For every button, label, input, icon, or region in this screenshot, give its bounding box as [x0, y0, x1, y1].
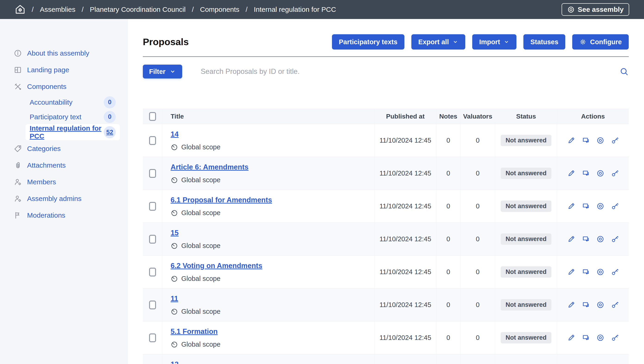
preview-icon[interactable]: [596, 334, 604, 342]
user-gear-icon: [14, 194, 22, 203]
sidebar-item-moderations[interactable]: Moderations: [0, 207, 128, 224]
preview-icon[interactable]: [596, 136, 604, 144]
status-badge: Not answered: [501, 266, 552, 278]
proposal-title-cell: 15Global scope: [162, 223, 374, 256]
row-checkbox[interactable]: [149, 235, 156, 244]
edit-icon: [567, 202, 575, 210]
breadcrumb-link[interactable]: Assemblies: [40, 6, 75, 14]
preview-icon[interactable]: [596, 301, 604, 309]
edit-icon[interactable]: [567, 202, 575, 210]
sidebar-item-components[interactable]: Components: [0, 78, 128, 95]
sidebar-item-assembly-admins[interactable]: Assembly admins: [0, 190, 128, 207]
proposal-title-link[interactable]: 12: [170, 360, 178, 364]
sidebar-item-about-this-assembly[interactable]: About this assembly: [0, 45, 128, 62]
proposal-title-cell: 11Global scope: [162, 288, 374, 322]
proposal-title-link[interactable]: 6.2 Voting on Amendments: [170, 262, 262, 270]
chevron-down-icon: [504, 39, 510, 45]
count-badge[interactable]: 52: [104, 126, 116, 138]
edit-icon[interactable]: [567, 268, 575, 276]
answer-icon[interactable]: [582, 169, 590, 177]
preview-icon[interactable]: [596, 235, 604, 243]
breadcrumb: Assemblies/Planetary Coordination Counci…: [40, 6, 336, 14]
proposal-title-link[interactable]: 5.1 Formation: [170, 328, 218, 336]
answer-icon[interactable]: [582, 301, 590, 309]
breadcrumb-link[interactable]: Planetary Coordination Council: [90, 6, 186, 14]
row-checkbox[interactable]: [149, 268, 156, 276]
search-button[interactable]: [620, 67, 629, 76]
row-checkbox[interactable]: [149, 136, 156, 145]
preview-icon[interactable]: [596, 202, 604, 210]
breadcrumb-link[interactable]: Internal regulation for PCC: [254, 6, 336, 14]
search-input[interactable]: [201, 68, 620, 76]
count-badge[interactable]: 0: [104, 96, 116, 108]
export-all-button[interactable]: Export all: [411, 34, 465, 50]
permissions-icon[interactable]: [611, 202, 619, 210]
permissions-icon[interactable]: [611, 136, 619, 144]
answer-icon: [582, 235, 590, 243]
proposal-title-cell: 6.1 Proposal for AmendmentsGlobal scope: [162, 190, 374, 223]
proposal-title-link[interactable]: Article 6: Amendments: [170, 163, 248, 171]
notes-cell-value: 0: [446, 268, 450, 276]
edit-icon[interactable]: [567, 235, 575, 243]
row-checkbox[interactable]: [149, 300, 156, 309]
answer-icon[interactable]: [582, 136, 590, 144]
edit-icon: [567, 301, 575, 309]
tools-icon: [14, 82, 22, 91]
proposal-title-link[interactable]: 15: [170, 229, 178, 237]
answer-icon[interactable]: [582, 235, 590, 243]
permissions-icon[interactable]: [611, 301, 619, 309]
proposal-title-link[interactable]: 14: [170, 130, 178, 138]
edit-icon[interactable]: [567, 301, 575, 309]
sidebar-item-landing-page[interactable]: Landing page: [0, 62, 128, 78]
sidebar-subitem-label: Participatory text: [30, 113, 81, 121]
scope-line: Global scope: [170, 209, 220, 217]
row-select-cell: [143, 190, 162, 223]
row-checkbox[interactable]: [149, 334, 156, 342]
row-checkbox[interactable]: [149, 202, 156, 211]
edit-icon[interactable]: [567, 136, 575, 144]
row-checkbox[interactable]: [149, 169, 156, 178]
ban-icon: [170, 242, 178, 250]
notes-cell: [436, 354, 460, 364]
column-header-published-at: Published at: [374, 109, 436, 124]
sidebar-subitem-accountability[interactable]: Accountability0: [26, 95, 120, 110]
answer-icon[interactable]: [582, 268, 590, 276]
see-assembly-button[interactable]: See assembly: [562, 3, 629, 16]
edit-icon[interactable]: [567, 169, 575, 177]
valuators-cell-value: 0: [476, 136, 480, 144]
sidebar-subitem-participatory-text[interactable]: Participatory text0: [26, 110, 120, 124]
permissions-icon[interactable]: [611, 334, 619, 342]
proposal-title-link[interactable]: 11: [170, 294, 178, 303]
answer-icon[interactable]: [582, 202, 590, 210]
statuses-button[interactable]: Statuses: [524, 34, 565, 50]
sidebar-item-categories[interactable]: Categories: [0, 140, 128, 157]
notes-cell: 0: [436, 288, 460, 322]
edit-icon[interactable]: [567, 334, 575, 342]
valuators-cell-value: 0: [476, 235, 480, 243]
ban-icon: [170, 176, 178, 184]
permissions-icon: [611, 202, 619, 210]
preview-icon[interactable]: [596, 268, 604, 276]
proposal-title-link[interactable]: 6.1 Proposal for Amendments: [170, 196, 272, 204]
scope-label: Global scope: [181, 242, 220, 250]
notes-cell: 0: [436, 157, 460, 190]
sidebar-item-members[interactable]: Members: [0, 174, 128, 190]
chevron-down-icon: [452, 39, 458, 45]
configure-button[interactable]: Configure: [572, 34, 629, 50]
sidebar-item-attachments[interactable]: Attachments: [0, 157, 128, 174]
select-all-checkbox[interactable]: [149, 112, 156, 121]
permissions-icon[interactable]: [611, 268, 619, 276]
home-icon[interactable]: [15, 4, 26, 15]
breadcrumb-link[interactable]: Components: [200, 6, 239, 14]
sidebar-subitem-internal-regulation-for-pcc[interactable]: Internal regulation for PCC52: [26, 124, 120, 140]
import-button[interactable]: Import: [472, 34, 516, 50]
permissions-icon[interactable]: [611, 235, 619, 243]
permissions-icon[interactable]: [611, 169, 619, 177]
count-badge[interactable]: 0: [104, 111, 116, 123]
filter-button[interactable]: Filter: [143, 64, 182, 78]
ban-icon: [170, 209, 178, 217]
answer-icon[interactable]: [582, 334, 590, 342]
participatory-texts-button[interactable]: Participatory texts: [332, 34, 404, 50]
edit-icon: [567, 136, 575, 144]
preview-icon[interactable]: [596, 169, 604, 177]
